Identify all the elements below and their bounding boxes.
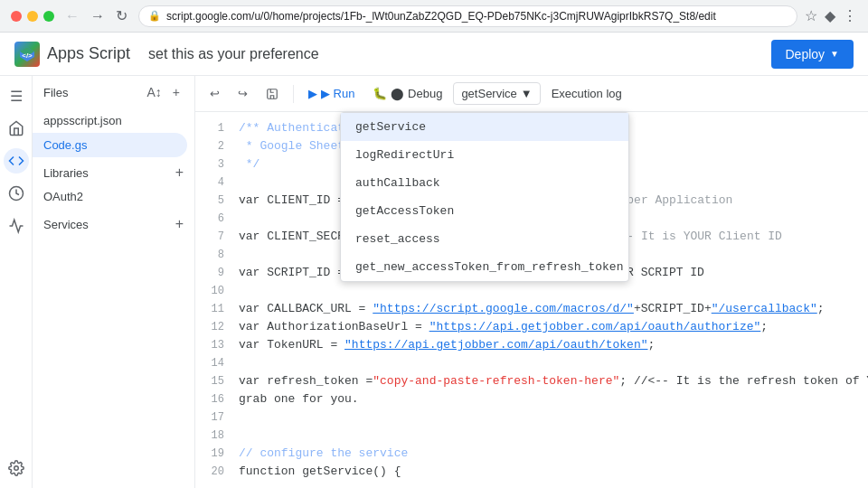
browser-chrome: ← → ↻ 🔒 script.google.com/u/0/home/proje…: [0, 0, 868, 33]
function-selector-arrow: ▼: [521, 87, 533, 100]
settings-icon[interactable]: [4, 455, 29, 481]
undo-button[interactable]: ↩: [203, 83, 227, 104]
files-title: Files: [43, 86, 139, 99]
file-item-appsscript[interactable]: appsscript.json: [33, 108, 187, 133]
menu-icon[interactable]: ☰: [4, 83, 29, 108]
function-dropdown: getService logRedirectUri authCallback g…: [340, 112, 629, 282]
file-panel: Files A↕ + appsscript.json Code.gs Libra…: [33, 76, 195, 488]
line-num-4: 4: [195, 174, 224, 192]
line-num-2: 2: [195, 137, 224, 155]
run-icon: ▶: [308, 87, 317, 100]
executions-icon[interactable]: [4, 213, 29, 239]
line-num-3: 3: [195, 155, 224, 174]
services-title: Services: [43, 218, 175, 231]
function-selector-label: getService: [461, 87, 516, 100]
line-num-18: 18: [195, 427, 224, 445]
svg-text:</>: </>: [22, 52, 33, 60]
code-line-17: [239, 408, 868, 427]
code-line-15: var refresh_token ="copy-and-paste-refre…: [239, 372, 868, 390]
line-num-6: 6: [195, 210, 224, 228]
run-button[interactable]: ▶ ▶ Run: [301, 83, 362, 104]
add-library-button[interactable]: +: [175, 164, 184, 181]
execution-log-button[interactable]: Execution log: [544, 83, 629, 104]
lock-icon: 🔒: [148, 10, 161, 22]
file-panel-header: Files A↕ +: [33, 76, 194, 108]
code-line-19: // configure the service: [239, 445, 868, 463]
file-item-code[interactable]: Code.gs: [33, 133, 187, 157]
triggers-icon[interactable]: [4, 181, 29, 206]
line-num-13: 13: [195, 336, 224, 354]
line-num-9: 9: [195, 264, 224, 282]
code-line-11: var CALLBACK_URL = "https://script.googl…: [239, 300, 868, 318]
library-item-oauth2[interactable]: OAuth2: [33, 184, 187, 209]
code-icon[interactable]: [4, 148, 29, 174]
maximize-btn[interactable]: [43, 11, 54, 22]
line-num-7: 7: [195, 228, 224, 246]
line-num-1: 1: [195, 119, 224, 137]
url-text: script.google.com/u/0/home/projects/1Fb-…: [166, 10, 716, 23]
nav-arrows: ← → ↻: [61, 5, 131, 26]
code-line-13: var TokenURL = "https://api.getjobber.co…: [239, 336, 868, 354]
refresh-arrow[interactable]: ↻: [112, 5, 131, 26]
line-num-10: 10: [195, 282, 224, 300]
line-num-16: 16: [195, 390, 224, 408]
browser-buttons: [11, 11, 54, 22]
redo-button[interactable]: ↪: [231, 83, 255, 104]
code-line-14: [239, 354, 868, 372]
debug-button[interactable]: 🐛 ⬤ Debug: [365, 83, 449, 104]
function-selector[interactable]: getService ▼: [453, 82, 540, 105]
code-line-18: [239, 427, 868, 445]
browser-actions: ☆ ◆ ⋮: [805, 7, 857, 24]
code-line-16: grab one for you.: [239, 390, 868, 408]
svg-rect-5: [268, 89, 278, 99]
file-panel-actions: A↕ +: [143, 83, 184, 101]
close-btn[interactable]: [11, 11, 22, 22]
line-num-5: 5: [195, 192, 224, 210]
extensions-icon[interactable]: ◆: [825, 7, 835, 24]
dropdown-item-logreducturi[interactable]: logRedirectUri: [341, 141, 628, 169]
save-button[interactable]: [259, 84, 286, 104]
bookmark-icon[interactable]: ☆: [805, 7, 817, 24]
deploy-label: Deploy: [786, 47, 826, 61]
line-num-8: 8: [195, 246, 224, 264]
sidebar-icons: ☰: [0, 76, 33, 488]
dropdown-item-getnewtoken[interactable]: get_new_accessToken_from_refresh_token: [341, 253, 628, 281]
add-file-button[interactable]: +: [169, 83, 184, 101]
line-num-19: 19: [195, 445, 224, 463]
line-num-12: 12: [195, 318, 224, 336]
line-num-20: 20: [195, 463, 224, 481]
debug-icon: 🐛: [373, 87, 387, 100]
editor-area: ↩ ↪ ▶ ▶ Run 🐛 ⬤ Debug getService ▼: [195, 76, 868, 488]
menu-dots-icon[interactable]: ⋮: [843, 7, 857, 24]
header-subtitle: set this as your preference: [148, 46, 319, 62]
code-line-20: function getService() {: [239, 463, 868, 481]
dropdown-item-getservice[interactable]: getService: [341, 113, 628, 141]
deploy-button[interactable]: Deploy ▼: [771, 40, 854, 69]
libraries-title: Libraries: [43, 166, 175, 180]
app-header: </> Apps Script set this as your prefere…: [0, 33, 868, 76]
libraries-section-header: Libraries +: [33, 157, 194, 184]
back-arrow[interactable]: ←: [61, 6, 83, 26]
dropdown-item-authcallback[interactable]: authCallback: [341, 169, 628, 197]
services-section-header: Services +: [33, 209, 194, 236]
add-service-button[interactable]: +: [175, 216, 184, 232]
app-name-label: Apps Script: [47, 44, 130, 63]
dropdown-item-resetaccess[interactable]: reset_access: [341, 225, 628, 253]
dropdown-item-getaccesstoken[interactable]: getAccessToken: [341, 197, 628, 225]
apps-script-logo: </>: [14, 42, 40, 67]
code-line-12: var AuthorizationBaseUrl = "https://api.…: [239, 318, 868, 336]
line-numbers: 1 2 3 4 5 6 7 8 9 10 11 12 13 14 15 16 1…: [195, 112, 231, 488]
deploy-dropdown-arrow: ▼: [830, 49, 839, 59]
url-bar[interactable]: 🔒 script.google.com/u/0/home/projects/1F…: [138, 5, 797, 27]
code-line-10: [239, 282, 868, 300]
app-logo: </> Apps Script: [14, 42, 130, 67]
minimize-btn[interactable]: [27, 11, 38, 22]
home-icon[interactable]: [4, 116, 29, 141]
main-layout: ☰: [0, 76, 868, 488]
sort-files-button[interactable]: A↕: [143, 83, 165, 101]
svg-point-4: [14, 466, 18, 471]
forward-arrow[interactable]: →: [87, 6, 108, 26]
line-num-17: 17: [195, 408, 224, 427]
line-num-15: 15: [195, 372, 224, 390]
line-num-14: 14: [195, 354, 224, 372]
